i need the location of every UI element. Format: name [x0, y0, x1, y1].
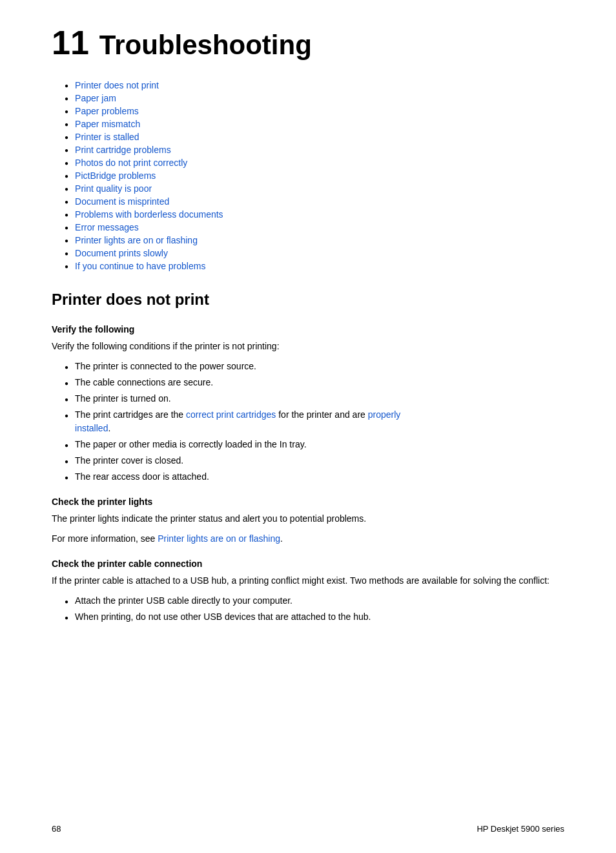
- verify-item-1: The printer is connected to the power so…: [65, 360, 564, 373]
- subsection-heading-check-cable: Check the printer cable connection: [52, 559, 564, 569]
- verify-item-3: The printer is turned on.: [65, 392, 564, 406]
- subsection-check-cable: Check the printer cable connection If th…: [52, 559, 564, 624]
- subsection-heading-check-lights: Check the printer lights: [52, 497, 564, 507]
- section-title-printer-does-not-print: Printer does not print: [52, 291, 564, 311]
- check-lights-para1: The printer lights indicate the printer …: [52, 512, 564, 526]
- verify-item-5: The paper or other media is correctly lo…: [65, 438, 564, 451]
- verify-item-6: The printer cover is closed.: [65, 454, 564, 468]
- link-correct-cartridges[interactable]: correct print cartridges: [186, 409, 276, 420]
- toc-link-7[interactable]: Photos do not print correctly: [75, 158, 187, 168]
- verify-item-4: The print cartridges are the correct pri…: [65, 408, 564, 435]
- toc-item-14: Document prints slowly: [65, 248, 564, 258]
- toc-link-5[interactable]: Printer is stalled: [75, 132, 139, 142]
- toc-item-7: Photos do not print correctly: [65, 158, 564, 168]
- check-cable-para1: If the printer cable is attached to a US…: [52, 574, 564, 588]
- toc-link-6[interactable]: Print cartridge problems: [75, 145, 171, 155]
- toc-link-15[interactable]: If you continue to have problems: [75, 261, 205, 271]
- check-cable-bullet-list: Attach the printer USB cable directly to…: [65, 594, 564, 624]
- toc-item-11: Problems with borderless documents: [65, 209, 564, 220]
- toc-item-4: Paper mismatch: [65, 119, 564, 129]
- toc-item-2: Paper jam: [65, 93, 564, 103]
- toc-item-12: Error messages: [65, 222, 564, 232]
- product-name: HP Deskjet 5900 series: [477, 824, 564, 834]
- toc-link-13[interactable]: Printer lights are on or flashing: [75, 235, 198, 245]
- verify-bullet-list: The printer is connected to the power so…: [65, 360, 564, 484]
- chapter-number: 11: [52, 26, 89, 59]
- chapter-header: 11 Troubleshooting: [52, 26, 564, 61]
- section-printer-does-not-print: Printer does not print Verify the follow…: [52, 291, 564, 624]
- toc-link-4[interactable]: Paper mismatch: [75, 119, 140, 129]
- chapter-title: Troubleshooting: [99, 30, 312, 61]
- toc-link-12[interactable]: Error messages: [75, 222, 139, 232]
- toc-list: Printer does not print Paper jam Paper p…: [65, 80, 564, 271]
- toc-item-15: If you continue to have problems: [65, 261, 564, 271]
- toc-link-14[interactable]: Document prints slowly: [75, 248, 168, 258]
- toc-item-9: Print quality is poor: [65, 183, 564, 194]
- cable-item-2: When printing, do not use other USB devi…: [65, 610, 564, 624]
- verify-item-2: The cable connections are secure.: [65, 376, 564, 389]
- page-footer: 68 HP Deskjet 5900 series: [0, 824, 616, 834]
- toc-item-5: Printer is stalled: [65, 132, 564, 142]
- toc-link-10[interactable]: Document is misprinted: [75, 196, 169, 207]
- toc-link-9[interactable]: Print quality is poor: [75, 183, 152, 194]
- toc-item-13: Printer lights are on or flashing: [65, 235, 564, 245]
- subsection-heading-verify: Verify the following: [52, 324, 564, 334]
- toc-link-3[interactable]: Paper problems: [75, 106, 139, 116]
- toc-item-1: Printer does not print: [65, 80, 564, 90]
- toc-item-8: PictBridge problems: [65, 170, 564, 181]
- toc-item-6: Print cartridge problems: [65, 145, 564, 155]
- toc-link-11[interactable]: Problems with borderless documents: [75, 209, 223, 220]
- toc-link-1[interactable]: Printer does not print: [75, 80, 159, 90]
- page-number: 68: [52, 824, 61, 834]
- toc-item-3: Paper problems: [65, 106, 564, 116]
- verify-item-7: The rear access door is attached.: [65, 470, 564, 484]
- subsection-verify-following: Verify the following Verify the followin…: [52, 324, 564, 484]
- toc-link-8[interactable]: PictBridge problems: [75, 170, 156, 181]
- toc-item-10: Document is misprinted: [65, 196, 564, 207]
- cable-item-1: Attach the printer USB cable directly to…: [65, 594, 564, 608]
- toc-link-2[interactable]: Paper jam: [75, 93, 116, 103]
- check-lights-para2: For more information, see Printer lights…: [52, 532, 564, 546]
- link-printer-lights[interactable]: Printer lights are on or flashing: [158, 533, 280, 544]
- verify-intro-text: Verify the following conditions if the p…: [52, 340, 564, 353]
- subsection-check-lights: Check the printer lights The printer lig…: [52, 497, 564, 546]
